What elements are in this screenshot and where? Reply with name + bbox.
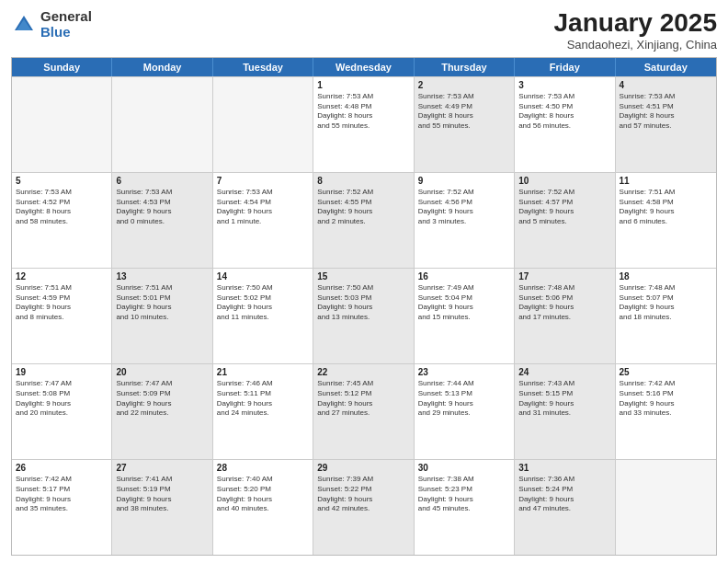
calendar: SundayMondayTuesdayWednesdayThursdayFrid… (11, 57, 717, 556)
day-cell-9: 9Sunrise: 7:52 AM Sunset: 4:56 PM Daylig… (415, 173, 515, 268)
day-number: 27 (116, 463, 208, 473)
day-info: Sunrise: 7:47 AM Sunset: 5:08 PM Dayligh… (16, 379, 108, 419)
day-cell-31: 31Sunrise: 7:36 AM Sunset: 5:24 PM Dayli… (515, 460, 615, 555)
day-cell-25: 25Sunrise: 7:42 AM Sunset: 5:16 PM Dayli… (616, 364, 716, 459)
day-info: Sunrise: 7:43 AM Sunset: 5:15 PM Dayligh… (518, 379, 610, 419)
day-number: 10 (518, 176, 610, 186)
day-number: 17 (518, 271, 610, 282)
day-number: 1 (317, 80, 409, 90)
header-cell-tuesday: Tuesday (213, 58, 313, 76)
day-number: 23 (418, 367, 510, 377)
day-cell-2: 2Sunrise: 7:53 AM Sunset: 4:49 PM Daylig… (415, 77, 515, 172)
calendar-week-3: 12Sunrise: 7:51 AM Sunset: 4:59 PM Dayli… (12, 268, 716, 363)
day-info: Sunrise: 7:40 AM Sunset: 5:20 PM Dayligh… (217, 475, 309, 514)
day-number: 18 (620, 271, 712, 282)
day-info: Sunrise: 7:51 AM Sunset: 5:01 PM Dayligh… (116, 283, 208, 323)
day-info: Sunrise: 7:41 AM Sunset: 5:19 PM Dayligh… (116, 475, 208, 514)
day-info: Sunrise: 7:49 AM Sunset: 5:04 PM Dayligh… (418, 283, 510, 323)
day-info: Sunrise: 7:39 AM Sunset: 5:22 PM Dayligh… (317, 475, 409, 514)
day-cell-10: 10Sunrise: 7:52 AM Sunset: 4:57 PM Dayli… (515, 173, 615, 268)
day-info: Sunrise: 7:53 AM Sunset: 4:54 PM Dayligh… (217, 188, 309, 227)
day-cell-7: 7Sunrise: 7:53 AM Sunset: 4:54 PM Daylig… (213, 173, 313, 268)
day-info: Sunrise: 7:48 AM Sunset: 5:07 PM Dayligh… (620, 283, 712, 323)
title-block: January 2025 Sandaohezi, Xinjiang, China (554, 9, 717, 52)
day-cell-5: 5Sunrise: 7:53 AM Sunset: 4:52 PM Daylig… (12, 173, 112, 268)
day-cell-15: 15Sunrise: 7:50 AM Sunset: 5:03 PM Dayli… (313, 269, 414, 363)
header-cell-friday: Friday (515, 58, 615, 76)
day-cell-24: 24Sunrise: 7:43 AM Sunset: 5:15 PM Dayli… (515, 364, 615, 459)
day-number: 21 (217, 367, 309, 377)
day-info: Sunrise: 7:42 AM Sunset: 5:16 PM Dayligh… (620, 379, 712, 419)
day-cell-19: 19Sunrise: 7:47 AM Sunset: 5:08 PM Dayli… (12, 364, 112, 459)
day-info: Sunrise: 7:53 AM Sunset: 4:51 PM Dayligh… (620, 92, 712, 132)
day-info: Sunrise: 7:52 AM Sunset: 4:56 PM Dayligh… (418, 188, 510, 227)
calendar-week-2: 5Sunrise: 7:53 AM Sunset: 4:52 PM Daylig… (12, 172, 716, 268)
day-cell-12: 12Sunrise: 7:51 AM Sunset: 4:59 PM Dayli… (12, 269, 112, 363)
logo-text: General Blue (40, 9, 92, 40)
calendar-week-4: 19Sunrise: 7:47 AM Sunset: 5:08 PM Dayli… (12, 363, 716, 459)
calendar-week-5: 26Sunrise: 7:42 AM Sunset: 5:17 PM Dayli… (12, 459, 716, 555)
day-number: 14 (217, 271, 309, 282)
day-number: 25 (620, 367, 712, 377)
empty-cell (213, 77, 313, 172)
day-info: Sunrise: 7:44 AM Sunset: 5:13 PM Dayligh… (418, 379, 510, 419)
day-number: 28 (217, 463, 309, 473)
day-info: Sunrise: 7:52 AM Sunset: 4:55 PM Dayligh… (317, 188, 409, 227)
day-info: Sunrise: 7:53 AM Sunset: 4:49 PM Dayligh… (418, 92, 510, 132)
day-cell-17: 17Sunrise: 7:48 AM Sunset: 5:06 PM Dayli… (515, 269, 615, 363)
day-number: 20 (116, 367, 208, 377)
day-cell-30: 30Sunrise: 7:38 AM Sunset: 5:23 PM Dayli… (415, 460, 515, 555)
page: General Blue January 2025 Sandaohezi, Xi… (0, 0, 728, 563)
day-info: Sunrise: 7:47 AM Sunset: 5:09 PM Dayligh… (116, 379, 208, 419)
header-cell-wednesday: Wednesday (313, 58, 414, 76)
day-cell-3: 3Sunrise: 7:53 AM Sunset: 4:50 PM Daylig… (515, 77, 615, 172)
day-cell-1: 1Sunrise: 7:53 AM Sunset: 4:48 PM Daylig… (313, 77, 414, 172)
day-number: 3 (518, 80, 610, 90)
day-cell-29: 29Sunrise: 7:39 AM Sunset: 5:22 PM Dayli… (313, 460, 414, 555)
day-cell-6: 6Sunrise: 7:53 AM Sunset: 4:53 PM Daylig… (112, 173, 212, 268)
calendar-body: 1Sunrise: 7:53 AM Sunset: 4:48 PM Daylig… (12, 76, 716, 555)
day-cell-21: 21Sunrise: 7:46 AM Sunset: 5:11 PM Dayli… (213, 364, 313, 459)
logo-blue: Blue (40, 25, 92, 40)
day-number: 24 (518, 367, 610, 377)
day-cell-13: 13Sunrise: 7:51 AM Sunset: 5:01 PM Dayli… (112, 269, 212, 363)
day-number: 13 (116, 271, 208, 282)
calendar-week-1: 1Sunrise: 7:53 AM Sunset: 4:48 PM Daylig… (12, 76, 716, 172)
day-number: 16 (418, 271, 510, 282)
day-cell-11: 11Sunrise: 7:51 AM Sunset: 4:58 PM Dayli… (616, 173, 716, 268)
day-number: 26 (16, 463, 108, 473)
day-info: Sunrise: 7:53 AM Sunset: 4:52 PM Dayligh… (16, 188, 108, 227)
day-cell-22: 22Sunrise: 7:45 AM Sunset: 5:12 PM Dayli… (313, 364, 414, 459)
empty-cell (616, 460, 716, 555)
day-cell-4: 4Sunrise: 7:53 AM Sunset: 4:51 PM Daylig… (616, 77, 716, 172)
day-cell-28: 28Sunrise: 7:40 AM Sunset: 5:20 PM Dayli… (213, 460, 313, 555)
calendar-subtitle: Sandaohezi, Xinjiang, China (554, 38, 717, 52)
day-info: Sunrise: 7:52 AM Sunset: 4:57 PM Dayligh… (518, 188, 610, 227)
day-info: Sunrise: 7:53 AM Sunset: 4:48 PM Dayligh… (317, 92, 409, 132)
day-cell-16: 16Sunrise: 7:49 AM Sunset: 5:04 PM Dayli… (415, 269, 515, 363)
logo: General Blue (11, 9, 92, 40)
day-number: 30 (418, 463, 510, 473)
calendar-header: SundayMondayTuesdayWednesdayThursdayFrid… (12, 58, 716, 76)
day-number: 12 (16, 271, 108, 282)
calendar-title: January 2025 (554, 9, 717, 38)
day-number: 2 (418, 80, 510, 90)
day-number: 31 (518, 463, 610, 473)
day-number: 29 (317, 463, 409, 473)
day-info: Sunrise: 7:42 AM Sunset: 5:17 PM Dayligh… (16, 475, 108, 514)
day-info: Sunrise: 7:38 AM Sunset: 5:23 PM Dayligh… (418, 475, 510, 514)
day-info: Sunrise: 7:45 AM Sunset: 5:12 PM Dayligh… (317, 379, 409, 419)
day-info: Sunrise: 7:50 AM Sunset: 5:02 PM Dayligh… (217, 283, 309, 323)
day-info: Sunrise: 7:51 AM Sunset: 4:59 PM Dayligh… (16, 283, 108, 323)
day-number: 22 (317, 367, 409, 377)
day-cell-14: 14Sunrise: 7:50 AM Sunset: 5:02 PM Dayli… (213, 269, 313, 363)
day-number: 6 (116, 176, 208, 186)
day-cell-18: 18Sunrise: 7:48 AM Sunset: 5:07 PM Dayli… (616, 269, 716, 363)
day-number: 19 (16, 367, 108, 377)
empty-cell (112, 77, 212, 172)
day-number: 15 (317, 271, 409, 282)
day-info: Sunrise: 7:46 AM Sunset: 5:11 PM Dayligh… (217, 379, 309, 419)
day-info: Sunrise: 7:53 AM Sunset: 4:50 PM Dayligh… (518, 92, 610, 132)
logo-general: General (40, 9, 92, 25)
header: General Blue January 2025 Sandaohezi, Xi… (11, 9, 717, 52)
